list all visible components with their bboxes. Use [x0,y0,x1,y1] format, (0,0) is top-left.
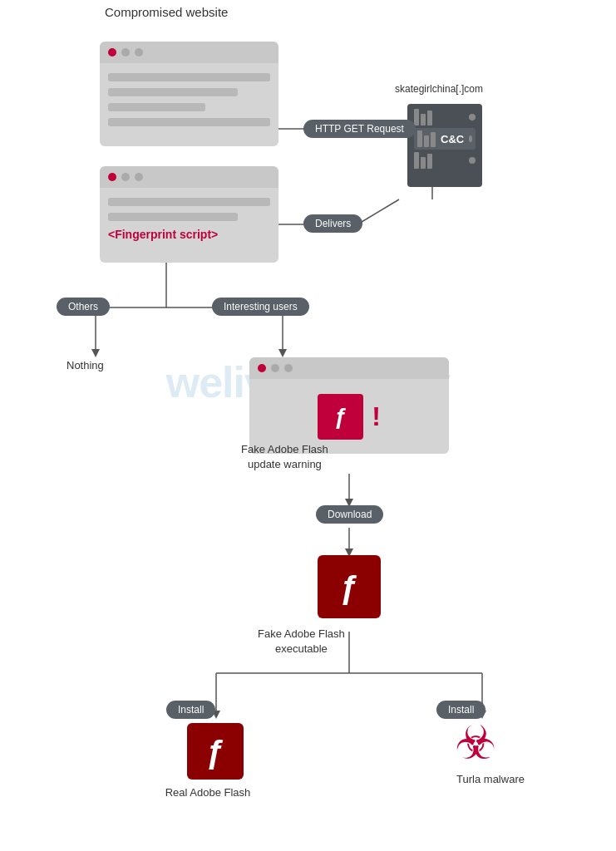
fake-flash-warning-label: Fake Adobe Flash update warning [241,442,328,472]
download-label: Download [316,505,383,524]
browser-dot-3 [121,173,130,181]
compromised-website-label: Compromised website [105,5,228,19]
others-label: Others [57,298,110,316]
server-bars-3 [414,152,432,169]
svg-marker-12 [278,349,287,357]
flash-icon-warning: ƒ [318,394,363,440]
warning-exclamation: ! [372,401,381,432]
server-row-3 [414,152,476,169]
browser-dot-6 [284,364,293,372]
browser-dot-red-2 [108,173,116,181]
bar [417,130,422,147]
server-row-1 [414,109,476,125]
server-dot-2 [469,135,472,142]
bar [431,132,436,147]
browser-window-1 [100,42,278,146]
http-get-label: HTTP GET Request [303,120,416,138]
server-dot-3 [469,157,476,164]
browser-line [108,73,270,81]
fake-flash-exe-label: Fake Adobe Flash executable [258,627,345,657]
browser-dot-1 [121,48,130,57]
svg-marker-10 [91,349,100,357]
browser-titlebar-2 [100,166,278,188]
browser-line [108,103,205,111]
real-flash-icon: ƒ [187,723,244,780]
delivers-label: Delivers [303,214,362,233]
svg-line-3 [357,199,399,224]
browser-window-2: <Fingerprint script> [100,166,278,263]
bar [414,109,419,125]
browser-dot-red-3 [258,364,266,372]
bar [427,154,432,169]
browser-dot-4 [135,173,143,181]
biohazard-icon: ☣ [455,720,496,766]
server-dot [469,114,476,121]
server-bars-1 [414,109,432,125]
server-bars-2 [417,130,436,147]
browser-dot-red-1 [108,48,116,57]
real-flash-label: Real Adobe Flash [158,786,258,799]
browser-body-2: <Fingerprint script> [100,188,278,263]
browser-line [108,88,238,96]
interesting-users-label: Interesting users [212,298,309,316]
fingerprint-script-text: <Fingerprint script> [108,228,270,241]
flash-warning-titlebar [249,357,449,379]
browser-dot-2 [135,48,143,57]
server-block: C&C [407,104,482,187]
browser-line [108,118,270,126]
browser-line [108,213,238,221]
server-row-2: C&C [414,128,476,150]
turla-label: Turla malware [449,773,532,785]
flash-warning-window: ƒ ! [249,357,449,454]
browser-body-1 [100,63,278,146]
bar [414,152,419,169]
diagram: welivesecurity [0,0,616,851]
bar [421,157,426,169]
fake-flash-exe-icon: ƒ [318,555,381,618]
cnc-label: C&C [441,133,464,145]
browser-line [108,198,270,206]
cnc-domain-label: skategirlchina[.]com [395,83,483,95]
browser-dot-5 [271,364,279,372]
bar [424,135,429,147]
nothing-label: Nothing [67,359,104,371]
install-left-label: Install [166,701,215,719]
browser-titlebar-1 [100,42,278,63]
bar [427,111,432,125]
bar [421,114,426,125]
